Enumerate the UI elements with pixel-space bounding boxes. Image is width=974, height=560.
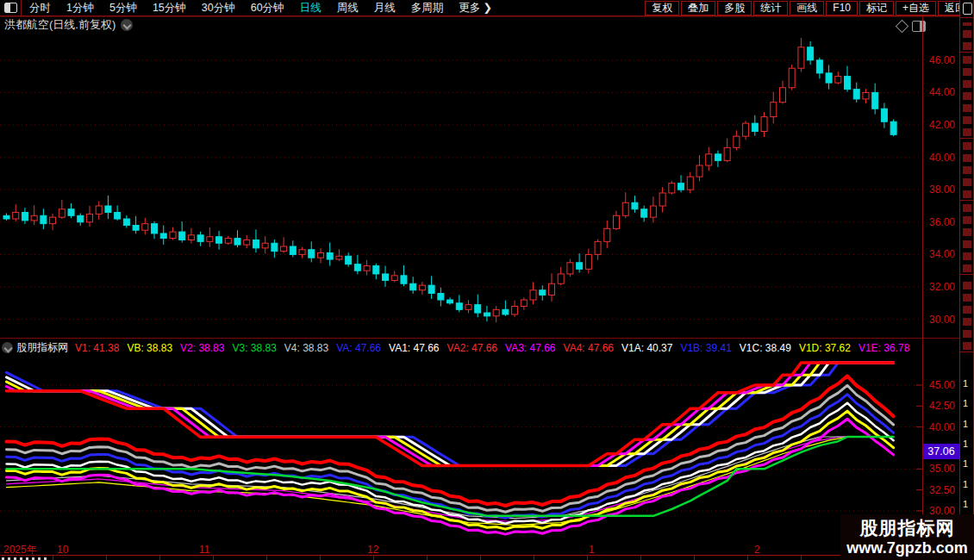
timeline-month-label: 1 [589,544,595,555]
sub-axis-label: 32.50 [929,484,955,496]
indicator-value-row: 股朋指标网 V1: 41.38VB: 38.83V2: 38.83V3: 38.… [2,341,957,354]
timeline-month-label: 10 [57,544,68,555]
indicator-value: VA1: 47.66 [389,342,440,354]
indicator-value: V1B: 39.41 [680,342,731,354]
timeline-year-label: 2025年 [3,544,37,555]
indicator-value: VA3: 47.66 [505,342,556,354]
indicator-chevron-down-icon[interactable] [2,342,13,353]
indicator-value: V1: 41.38 [75,342,119,354]
sub-axis-label: 45.00 [929,379,955,391]
indicator-value: V1C: 38.49 [740,342,791,354]
main-axis-label: 36.00 [929,216,955,228]
main-axis-label: 46.00 [929,54,955,66]
main-axis-label: 38.00 [929,184,955,196]
clipped-vertical-text [963,55,971,136]
main-axis-label: 30.00 [929,314,955,326]
indicator-value: VA2: 47.66 [447,342,498,354]
indicator-value: VB: 38.83 [127,342,172,354]
timeline-month-label: 12 [367,544,378,555]
chart-canvas: 46.0044.0042.0040.0038.0036.0034.0032.00… [0,0,974,560]
main-axis-label: 42.00 [929,119,955,131]
indicator-source-label: 股朋指标网 [16,341,68,354]
ribbon-line [7,403,894,524]
clipped-vertical-text [963,203,971,272]
main-axis-label: 44.00 [929,86,955,98]
clipped-digit: 1 [963,500,968,509]
indicator-value: V2: 38.83 [180,342,224,354]
trading-app-window: 46.0044.0042.0040.0038.0036.0034.0032.00… [0,0,974,560]
main-axis-label: 40.00 [929,152,955,164]
divider [960,17,973,18]
clipped-digit: 1 [963,459,968,469]
divider [960,352,973,352]
clipped-right-sidebar[interactable]: 1111111 [959,0,974,560]
main-axis-label: 34.00 [929,248,955,260]
clipped-digit: 1 [963,480,968,489]
timeline-month-label: 11 [199,544,209,555]
watermark-url: www.7gpzb.com [846,538,967,557]
clipped-vertical-text [963,277,971,350]
indicator-value: VA: 47.66 [336,342,381,354]
divider [960,200,973,201]
divider [960,138,973,139]
divider [960,52,973,53]
clipped-digit: 1 [963,379,968,389]
indicator-value: V1E: 36.78 [858,342,909,354]
indicator-value: V3: 38.83 [232,342,276,354]
clipped-vertical-text [963,141,971,198]
indicator-value: VA4: 47.66 [564,342,615,354]
clipped-digit: 1 [963,420,968,429]
indicator-value: V4: 38.83 [284,342,328,354]
clipped-bottom-statusbar [0,555,959,560]
clipped-digit: 1 [963,399,968,408]
axis-value-badge: 37.06 [923,444,959,459]
timeline-bar[interactable]: 2025年10111212 [0,544,959,555]
sub-axis-label: 42.50 [929,400,955,412]
timeline-month-label: 2 [754,544,760,555]
clipped-digit: 1 [963,439,968,449]
candles-group [3,38,896,322]
indicator-value: V1A: 40.37 [621,342,672,354]
indicator-value: V1D: 37.62 [799,342,851,354]
main-axis-label: 32.00 [929,281,955,293]
divider [960,274,973,275]
ribbon-line [7,395,894,519]
sub-axis-label: 40.00 [929,421,955,433]
clipped-vertical-text [963,22,971,50]
clipped-button-fragment [963,3,972,15]
watermark: 股朋指标网 www.7gpzb.com [840,514,974,560]
watermark-site-name: 股朋指标网 [860,518,955,538]
sub-axis-label: 35.00 [929,463,955,475]
